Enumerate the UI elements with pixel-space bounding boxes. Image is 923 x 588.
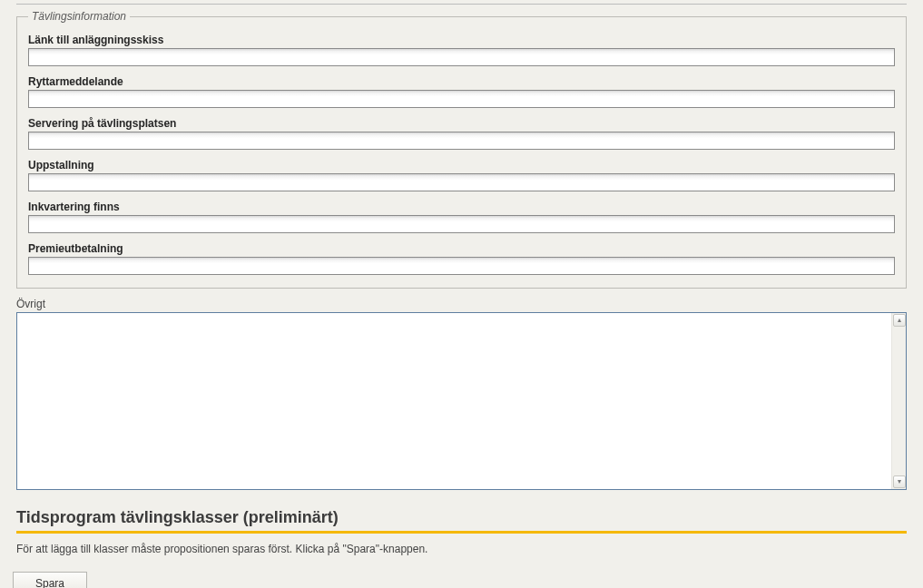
field-group-payout: Premieutbetalning	[28, 242, 895, 275]
page: Tävlingsinformation Länk till anläggning…	[9, 4, 914, 588]
field-group-rider-msg: Ryttarmeddelande	[28, 75, 895, 108]
label-catering: Servering på tävlingsplatsen	[28, 117, 895, 130]
label-other: Övrigt	[16, 298, 907, 310]
button-row: Spara	[13, 572, 914, 588]
schedule-note: För att lägga till klasser måste proposi…	[16, 543, 907, 555]
input-link[interactable]	[28, 48, 895, 66]
input-other[interactable]	[17, 313, 891, 489]
scrollbar[interactable]: ▴ ▾	[891, 313, 906, 489]
input-payout[interactable]	[28, 257, 895, 275]
other-box: ▴ ▾	[16, 312, 907, 490]
competition-info-fieldset: Tävlingsinformation Länk till anläggning…	[16, 10, 907, 289]
input-catering[interactable]	[28, 132, 895, 150]
label-payout: Premieutbetalning	[28, 242, 895, 255]
schedule-divider	[16, 531, 907, 534]
field-group-link: Länk till anläggningsskiss	[28, 34, 895, 66]
scroll-down-button[interactable]: ▾	[893, 475, 906, 488]
top-divider	[16, 4, 907, 5]
input-lodging[interactable]	[28, 215, 895, 233]
field-group-catering: Servering på tävlingsplatsen	[28, 117, 895, 150]
competition-info-legend: Tävlingsinformation	[28, 10, 130, 23]
label-link: Länk till anläggningsskiss	[28, 34, 895, 46]
label-rider-msg: Ryttarmeddelande	[28, 75, 895, 88]
field-group-lodging: Inkvartering finns	[28, 201, 895, 233]
input-rider-msg[interactable]	[28, 90, 895, 108]
other-section: Övrigt ▴ ▾	[16, 298, 907, 490]
label-lodging: Inkvartering finns	[28, 201, 895, 213]
input-stabling[interactable]	[28, 173, 895, 191]
label-stabling: Uppstallning	[28, 159, 895, 172]
chevron-up-icon: ▴	[898, 317, 901, 324]
scroll-up-button[interactable]: ▴	[893, 314, 906, 327]
schedule-heading-wrap: Tidsprogram tävlingsklasser (preliminärt…	[16, 508, 907, 527]
save-button[interactable]: Spara	[13, 572, 87, 588]
chevron-down-icon: ▾	[898, 478, 901, 485]
schedule-heading: Tidsprogram tävlingsklasser (preliminärt…	[16, 508, 907, 527]
field-group-stabling: Uppstallning	[28, 159, 895, 191]
